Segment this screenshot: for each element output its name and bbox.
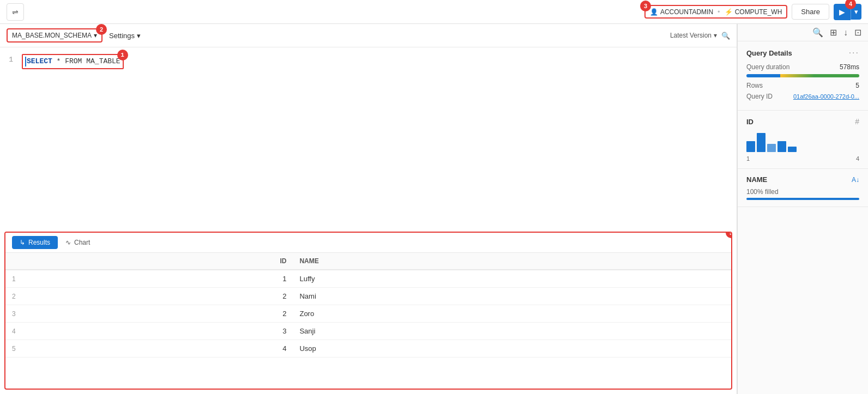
id-col-header: ID # [746, 117, 859, 126]
col-header-id[interactable]: ID [27, 253, 293, 270]
run-button[interactable]: ▶ 4 [834, 4, 851, 20]
text-cursor [25, 57, 26, 66]
version-label: Latest Version [670, 32, 712, 39]
results-toolbar: 🔍 ⊞ ↓ ⊡ [738, 24, 868, 41]
table-row: 3 2 Zoro [5, 305, 731, 323]
cell-id: 4 [27, 340, 293, 357]
settings-label: Settings [109, 32, 135, 40]
query-duration-label: Query duration [746, 63, 789, 71]
table-row: 2 2 Nami [5, 288, 731, 305]
warehouse-item: ⚡ COMPUTE_WH [725, 8, 782, 16]
warehouse-label: COMPUTE_WH [735, 8, 782, 16]
query-details-section: Query Details ··· Query duration 578ms R… [738, 41, 868, 111]
version-selector[interactable]: Latest Version ▾ [670, 32, 717, 39]
results-tabs: ↳ Results ∿ Chart [5, 233, 731, 253]
query-duration-value: 578ms [840, 63, 859, 71]
duration-bar [746, 74, 859, 77]
id-bar-3 [767, 144, 776, 152]
code-editor[interactable]: 1 SELECT * FROM MA_TABLE 1 [0, 47, 737, 227]
query-id-value[interactable]: 01af26aa-0000-272d-0... [793, 93, 859, 100]
name-stat-label: 100% filled [746, 188, 859, 196]
panel-icon[interactable]: ⊡ [854, 27, 861, 38]
cell-name: Usop [293, 340, 731, 357]
id-min-label: 1 [746, 155, 750, 162]
search-icon[interactable]: 🔍 [721, 32, 730, 40]
cell-id: 3 [27, 323, 293, 340]
role-item: 👤 ACCOUNTADMIN [650, 8, 713, 16]
search-results-icon[interactable]: 🔍 [812, 27, 823, 38]
col-header-name[interactable]: NAME [293, 253, 731, 270]
id-bar-5 [788, 147, 797, 152]
badge-3: 3 [640, 1, 651, 11]
top-bar: ⇌ 3 👤 ACCOUNTADMIN • ⚡ COMPUTE_WH Share … [0, 0, 868, 24]
editor-toolbar: MA_BASE.MON_SCHEMA ▾ 2 Settings ▾ Latest… [0, 24, 737, 47]
settings-button[interactable]: Settings ▾ [109, 32, 141, 40]
cell-id: 2 [27, 288, 293, 305]
sql-rest: * FROM MA_TABLE [52, 56, 120, 68]
id-col-name: ID [746, 118, 754, 126]
id-col-hash-icon: # [855, 117, 859, 126]
cell-id: 2 [27, 305, 293, 323]
run-button-group: ▶ 4 ▾ [834, 4, 861, 20]
name-col-header: NAME A↓ [746, 175, 859, 184]
badge-1: 1 [117, 50, 128, 60]
id-max-label: 4 [856, 155, 859, 162]
cell-name: Nami [293, 288, 731, 305]
download-icon[interactable]: ↓ [843, 28, 848, 38]
top-bar-right: 3 👤 ACCOUNTADMIN • ⚡ COMPUTE_WH Share ▶ … [644, 4, 861, 20]
code-line-1: 1 SELECT * FROM MA_TABLE 1 [0, 54, 737, 69]
table-row: 5 4 Usop [5, 340, 731, 357]
data-table: ID NAME 1 1 Luffy 2 2 Nami 3 2 Zoro 4 3 … [5, 253, 731, 357]
settings-dropdown-icon: ▾ [137, 32, 141, 40]
name-sort-icon[interactable]: A↓ [852, 176, 859, 184]
role-warehouse-selector[interactable]: 3 👤 ACCOUNTADMIN • ⚡ COMPUTE_WH [644, 5, 787, 19]
name-col-stats-section: NAME A↓ 100% filled [738, 169, 868, 207]
version-dropdown-icon: ▾ [714, 32, 717, 39]
settings-toggle-btn[interactable]: ⇌ [7, 3, 24, 21]
results-table: ID NAME 1 1 Luffy 2 2 Nami 3 2 Zoro 4 3 … [5, 253, 731, 389]
columns-icon[interactable]: ⊞ [830, 27, 837, 38]
toolbar-right: Latest Version ▾ 🔍 [670, 32, 730, 40]
cell-name: Sanji [293, 323, 731, 340]
run-icon: ▶ [839, 8, 845, 16]
row-num-header [5, 253, 27, 270]
table-row: 1 1 Luffy [5, 270, 731, 288]
cell-name: Zoro [293, 305, 731, 323]
main-layout: MA_BASE.MON_SCHEMA ▾ 2 Settings ▾ Latest… [0, 24, 868, 394]
schema-label: MA_BASE.MON_SCHEMA [12, 32, 92, 39]
row-num: 2 [5, 288, 27, 305]
id-bar-1 [746, 141, 755, 152]
cell-name: Luffy [293, 270, 731, 288]
row-num: 4 [5, 323, 27, 340]
sql-keyword: SELECT [27, 56, 52, 68]
line-number-1: 1 [0, 54, 22, 66]
id-bar-2 [757, 133, 765, 152]
query-details-title: Query Details [746, 49, 792, 57]
results-panel: 5 ↳ Results ∿ Chart [0, 227, 737, 394]
row-num: 3 [5, 305, 27, 323]
role-label: ACCOUNTADMIN [660, 8, 713, 16]
table-body: 1 1 Luffy 2 2 Nami 3 2 Zoro 4 3 Sanji 5 … [5, 270, 731, 357]
badge-2: 2 [96, 24, 107, 35]
id-bar-chart [746, 130, 859, 152]
query-details-header: Query Details ··· [746, 48, 859, 58]
query-details-more[interactable]: ··· [849, 48, 859, 58]
rows-label: Rows [746, 82, 763, 89]
row-num: 5 [5, 340, 27, 357]
rows-value: 5 [855, 82, 859, 89]
tab-results[interactable]: ↳ Results [12, 236, 58, 249]
top-bar-left: ⇌ [7, 3, 24, 21]
chart-line-icon: ∿ [65, 239, 71, 246]
id-col-stats-section: ID # 1 4 [738, 111, 868, 169]
share-button[interactable]: Share [792, 4, 829, 20]
code-content[interactable]: SELECT * FROM MA_TABLE 1 [22, 54, 124, 69]
table-row: 4 3 Sanji [5, 323, 731, 340]
rows-row: Rows 5 [746, 82, 859, 89]
schema-selector[interactable]: MA_BASE.MON_SCHEMA ▾ 2 [7, 28, 103, 43]
tab-chart-label: Chart [74, 239, 90, 246]
query-id-row: Query ID 01af26aa-0000-272d-0... [746, 93, 859, 100]
id-bar-labels: 1 4 [746, 155, 859, 162]
query-id-label: Query ID [746, 93, 773, 100]
tab-chart[interactable]: ∿ Chart [58, 236, 98, 249]
query-duration-row: Query duration 578ms [746, 63, 859, 71]
